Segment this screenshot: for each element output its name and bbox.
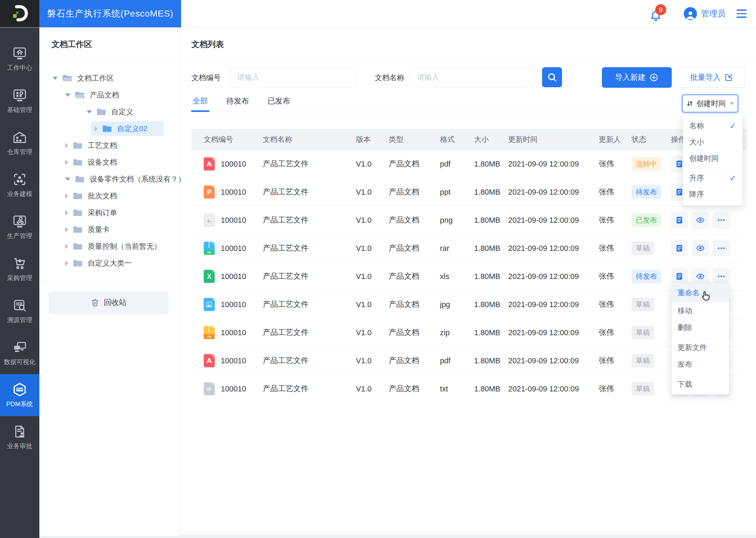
more-button[interactable] — [713, 268, 730, 285]
tab[interactable]: 待发布 — [226, 96, 249, 106]
app-logo[interactable] — [0, 0, 39, 27]
sort-field-option[interactable]: 创建时间 — [683, 150, 742, 167]
tree-caret-icon[interactable] — [65, 143, 68, 148]
user-name[interactable]: 管理员 — [701, 8, 726, 19]
tree-caret-icon[interactable] — [65, 227, 68, 232]
tree-caret-icon[interactable] — [53, 77, 58, 80]
sidebar-item-approval[interactable]: 业务审批 — [0, 416, 39, 458]
table-header-cell[interactable]: 类型 — [389, 134, 440, 144]
table-header-cell[interactable]: 大小 — [474, 134, 508, 144]
sidebar-item-pdm[interactable]: PDM PDM系统 — [0, 374, 39, 416]
tree-node[interactable]: 质量控制（当前暂无） — [39, 238, 180, 255]
search-button[interactable] — [542, 67, 562, 87]
sidebar-item-traceability[interactable]: 溯源管理 — [0, 290, 39, 332]
table-header: 文档编号文档名称版本类型格式大小更新时间更新人状态操作 — [191, 129, 747, 150]
top-bar: 磐石生产执行系统(PescoMES) 9 管理员 — [0, 0, 756, 27]
tree-node[interactable]: 自定义 — [39, 103, 180, 120]
tree-caret-icon[interactable] — [65, 210, 68, 215]
table-header-cell[interactable]: 版本 — [356, 134, 389, 144]
tree-node[interactable]: 设备零件文档（系统没有？） — [39, 171, 180, 188]
tree-node[interactable]: 采购订单 — [39, 204, 180, 221]
batch-import-button[interactable]: 批量导入 — [678, 67, 745, 88]
preview-button[interactable] — [692, 240, 709, 257]
cell-updated-at: 2021-09-09 12:00:09 — [508, 272, 599, 281]
tab[interactable]: 全部 — [193, 96, 208, 106]
table-header-cell[interactable]: 更新人 — [599, 134, 632, 144]
table-row[interactable]: 100010 产品工艺文件 V1.0 产品文档 rar 1.80MB 2021-… — [191, 234, 747, 262]
hamburger-menu-icon[interactable] — [735, 8, 748, 20]
table-row[interactable]: 100010 产品工艺文件 V1.0 产品文档 jpg 1.80MB 2021-… — [191, 291, 747, 319]
cell-version: V1.0 — [356, 356, 389, 365]
table-row[interactable]: 100010 产品工艺文件 V1.0 产品文档 txt 1.80MB 2021-… — [191, 375, 747, 403]
sidebar-item-base-mgmt[interactable]: 基础管理 — [0, 80, 39, 122]
more-button[interactable] — [713, 212, 730, 229]
tree-caret-icon[interactable] — [65, 261, 68, 266]
context-menu-item[interactable]: 发布 — [672, 356, 729, 373]
table-header-cell[interactable]: 文档名称 — [263, 134, 356, 144]
tree-caret-icon[interactable] — [65, 93, 71, 97]
sort-button[interactable]: 创建时间 — [682, 94, 738, 112]
tree-caret-icon[interactable] — [65, 178, 71, 181]
tree-node[interactable]: 批次文档 — [39, 188, 180, 204]
table-row[interactable]: 100010 产品工艺文件 V1.0 产品文档 zip 1.80MB 2021-… — [191, 319, 747, 347]
tree-node[interactable]: 工艺文档 — [39, 137, 180, 154]
tree-caret-icon[interactable] — [65, 244, 68, 249]
tab[interactable]: 已发布 — [267, 96, 290, 106]
tree-caret-icon[interactable] — [65, 193, 68, 198]
sort-field-option[interactable]: 大小 — [683, 134, 742, 150]
cell-doc-name[interactable]: 产品工艺文件 — [263, 355, 356, 366]
context-menu-item[interactable]: 删除 — [672, 319, 729, 336]
sort-order-option[interactable]: 降序 — [683, 186, 742, 202]
sidebar-item-procurement[interactable]: 采购管理 — [0, 248, 39, 290]
context-menu-item[interactable]: 移动 — [672, 302, 729, 319]
cell-doc-name[interactable]: 产品工艺文件 — [263, 187, 356, 197]
tree-caret-icon[interactable] — [65, 160, 68, 165]
tree-node[interactable]: 自定义02 — [39, 120, 180, 137]
table-header-cell[interactable]: 格式 — [440, 134, 474, 144]
sort-order-option[interactable]: 升序 — [683, 170, 742, 186]
doc-no-input[interactable] — [231, 67, 356, 87]
tree-node[interactable]: 质量卡 — [39, 221, 180, 238]
table-header-cell[interactable]: 文档编号 — [204, 134, 263, 144]
tree-node[interactable]: 设备文档 — [39, 154, 180, 171]
sidebar-item-production[interactable]: 生产管理 — [0, 206, 39, 248]
detail-button[interactable] — [671, 268, 688, 285]
context-menu-item[interactable]: 下载 — [672, 375, 729, 393]
notification-bell-icon[interactable]: 9 — [648, 5, 663, 22]
context-menu-item[interactable]: 更新文件 — [672, 338, 729, 356]
doc-name-input[interactable] — [410, 67, 536, 87]
tree-caret-icon[interactable] — [87, 110, 92, 114]
sidebar-item-data-viz[interactable]: 数据可视化 — [0, 332, 39, 374]
preview-button[interactable] — [692, 212, 709, 229]
sidebar-item-modeling[interactable]: 业务建模 — [0, 164, 39, 206]
table-header-cell[interactable]: 状态 — [632, 134, 671, 144]
cell-doc-name[interactable]: 产品工艺文件 — [263, 159, 356, 169]
detail-button[interactable] — [671, 212, 688, 229]
tree-node[interactable]: 产品文档 — [39, 87, 180, 103]
user-avatar[interactable] — [684, 7, 697, 20]
tree-node[interactable]: 自定义大类一 — [39, 255, 180, 272]
sidebar-item-warehouse[interactable]: 仓库管理 — [0, 122, 39, 164]
cell-doc-name[interactable]: 产品工艺文件 — [263, 327, 356, 338]
sort-field-option[interactable]: 名称 — [683, 118, 742, 134]
table-row[interactable]: 100010 产品工艺文件 V1.0 产品文档 pdf 1.80MB 2021-… — [191, 347, 747, 375]
cell-doc-name[interactable]: 产品工艺文件 — [263, 243, 356, 253]
import-new-button[interactable]: 导入新建 — [602, 67, 672, 88]
cell-doc-name[interactable]: 产品工艺文件 — [263, 215, 356, 225]
recycle-bin-button[interactable]: 回收站 — [49, 291, 168, 314]
tree-caret-icon[interactable] — [95, 126, 98, 131]
tree-node[interactable]: 文档工作区 — [39, 70, 180, 87]
cell-doc-name[interactable]: 产品工艺文件 — [263, 299, 356, 310]
table-header-cell[interactable]: 更新时间 — [508, 134, 599, 144]
detail-button[interactable] — [671, 240, 688, 257]
table-row[interactable]: 100010 产品工艺文件 V1.0 产品文档 png 1.80MB 2021-… — [191, 206, 747, 234]
table-row[interactable]: 100010 产品工艺文件 V1.0 产品文档 ppt 1.80MB 2021-… — [191, 178, 747, 206]
cell-doc-name[interactable]: 产品工艺文件 — [263, 271, 356, 282]
table-row[interactable]: 100010 产品工艺文件 V1.0 产品文档 xls 1.80MB 2021-… — [191, 262, 747, 291]
preview-button[interactable] — [692, 268, 709, 285]
more-button[interactable] — [713, 240, 730, 257]
context-menu-item[interactable]: 重命名 — [672, 284, 729, 302]
table-row[interactable]: 100010 产品工艺文件 V1.0 产品文档 pdf 1.80MB 2021-… — [191, 150, 747, 178]
sidebar-item-work-center[interactable]: 工作中心 — [0, 38, 39, 80]
cell-doc-name[interactable]: 产品工艺文件 — [263, 384, 356, 394]
